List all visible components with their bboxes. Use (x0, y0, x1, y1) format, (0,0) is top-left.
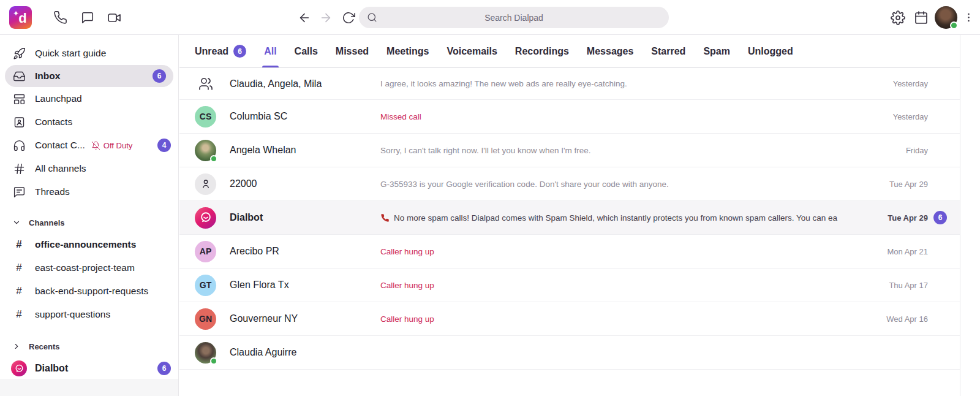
dialbot-badge: 6 (157, 362, 171, 375)
headset-icon (12, 139, 26, 152)
search-bar (359, 7, 669, 28)
hash-icon (12, 162, 26, 175)
conversation-row[interactable]: Angela Whelan Sorry, I can't talk right … (179, 134, 960, 167)
video-icon (107, 10, 122, 25)
tab-messages[interactable]: Messages (587, 35, 634, 67)
phone-icon (380, 213, 390, 223)
tab-all[interactable]: All (264, 35, 276, 67)
calendar-icon (914, 10, 929, 25)
conversation-snippet: Caller hung up (380, 281, 854, 290)
photo-avatar (195, 140, 216, 161)
search-icon (367, 12, 377, 23)
conversation-date: Thu Apr 17 (854, 281, 928, 290)
conversation-date: Tue Apr 29 (854, 180, 928, 189)
conversation-row[interactable]: GN Gouverneur NY Caller hung up Wed Apr … (179, 302, 960, 336)
initials-avatar: GN (195, 308, 216, 330)
tab-calls[interactable]: Calls (295, 35, 318, 67)
sidebar-item-contacts[interactable]: Contacts (0, 110, 178, 134)
conversation-row[interactable]: Claudia Aguirre (179, 336, 960, 370)
sidebar-label: Contact C... (35, 140, 85, 151)
conversation-snippet: Caller hung up (380, 314, 854, 324)
sidebar-item-contact-center[interactable]: Contact C... Off Duty 4 (0, 134, 178, 157)
sidebar-bottom-fade (0, 379, 178, 396)
hash-icon: # (12, 262, 26, 274)
group-avatar-icon (195, 73, 216, 94)
phone-button[interactable] (50, 0, 70, 35)
person-avatar-icon (195, 173, 216, 195)
user-avatar[interactable] (935, 6, 957, 29)
tab-unlogged[interactable]: Unlogged (748, 35, 793, 67)
calendar-button[interactable] (911, 0, 932, 35)
sidebar-item-launchpad[interactable]: Launchpad (0, 87, 178, 110)
photo-avatar (195, 342, 216, 364)
sidebar-item-all-channels[interactable]: All channels (0, 157, 178, 180)
tab-unread[interactable]: Unread 6 (195, 35, 246, 67)
search-input[interactable] (359, 7, 669, 28)
presence-dot (210, 155, 217, 162)
channel-east-coast-project-team[interactable]: # east-coast-project-team (0, 256, 178, 280)
refresh-button[interactable] (338, 0, 359, 35)
hash-icon: # (12, 285, 26, 297)
channel-back-end-support-requests[interactable]: # back-end-support-requests (0, 280, 178, 303)
recents-section-header[interactable]: Recents (0, 336, 178, 357)
channels-section-header[interactable]: Channels (0, 212, 178, 233)
tab-voicemails[interactable]: Voicemails (447, 35, 497, 67)
sidebar-label: Dialbot (35, 363, 68, 374)
conversation-date: Yesterday (854, 79, 928, 88)
settings-gear-icon (891, 10, 905, 25)
initials-avatar: GT (195, 275, 216, 296)
conversation-name: Columbia SC (230, 111, 367, 122)
conversation-name: 22000 (230, 178, 367, 189)
presence-dot (210, 357, 217, 365)
sidebar-label: Inbox (35, 70, 60, 82)
chat-icon (81, 11, 94, 25)
phone-icon (53, 10, 67, 25)
conversation-row[interactable]: Claudia, Angela, Mila I agree, it looks … (179, 68, 960, 100)
initials-avatar: AP (195, 241, 216, 262)
nav-forward-button[interactable] (315, 0, 336, 35)
hash-icon: # (12, 308, 26, 321)
conversation-snippet: Sorry, I can't talk right now. I'll let … (380, 146, 854, 155)
contacts-icon (12, 115, 26, 129)
conversation-row-dialbot[interactable]: Dialbot No more spam calls! Dialpad come… (179, 201, 960, 235)
conversation-name: Glen Flora Tx (230, 280, 367, 291)
contact-center-badge: 4 (157, 139, 171, 152)
inbox-tabs: Unread 6 All Calls Missed Meetings Voice… (179, 35, 960, 68)
conversation-row[interactable]: GT Glen Flora Tx Caller hung up Thu Apr … (179, 268, 960, 302)
channel-office-announcements[interactable]: # office-announcements (0, 233, 178, 256)
sidebar-item-quick-start[interactable]: Quick start guide (0, 42, 178, 65)
sparkle-icon: ✦ (13, 9, 19, 18)
nav-back-button[interactable] (294, 0, 315, 35)
conversation-row[interactable]: AP Arecibo PR Caller hung up Mon Apr 21 (179, 235, 960, 268)
conversation-name: Claudia, Angela, Mila (230, 78, 367, 89)
conversation-row[interactable]: CS Columbia SC Missed call Yesterday (179, 100, 960, 134)
messages-button[interactable] (77, 0, 98, 35)
sidebar-item-threads[interactable]: Threads (0, 180, 178, 204)
more-options-button[interactable] (960, 0, 976, 35)
meetings-button[interactable] (104, 0, 125, 35)
presence-dot (950, 21, 958, 29)
conversation-name: Gouverneur NY (230, 313, 367, 324)
tab-missed[interactable]: Missed (336, 35, 369, 67)
conversation-date: Mon Apr 21 (854, 247, 928, 256)
back-arrow-icon (298, 11, 311, 25)
settings-button[interactable] (888, 0, 908, 35)
sidebar-item-inbox[interactable]: Inbox 6 (5, 65, 173, 87)
conversation-snippet: I agree, it looks amazing! The new web a… (380, 79, 854, 88)
bell-off-icon (91, 141, 100, 150)
dialpad-logo[interactable]: ✦ d (9, 6, 32, 29)
tab-meetings[interactable]: Meetings (386, 35, 429, 67)
channel-support-questions[interactable]: # support-questions (0, 303, 178, 326)
dialbot-logo-icon (11, 360, 27, 376)
sidebar-item-dialbot[interactable]: Dialbot 6 (0, 357, 178, 380)
conversation-snippet: Missed call (380, 112, 854, 121)
forward-arrow-icon (319, 11, 333, 25)
conversation-row[interactable]: 22000 G-355933 is your Google verificati… (179, 167, 960, 201)
conversation-name: Angela Whelan (230, 145, 367, 156)
sidebar-label: All channels (35, 163, 86, 174)
unread-count-badge: 6 (233, 45, 246, 58)
tab-recordings[interactable]: Recordings (515, 35, 569, 67)
conversation-snippet: Caller hung up (380, 247, 854, 256)
tab-starred[interactable]: Starred (651, 35, 685, 67)
tab-spam[interactable]: Spam (703, 35, 730, 67)
